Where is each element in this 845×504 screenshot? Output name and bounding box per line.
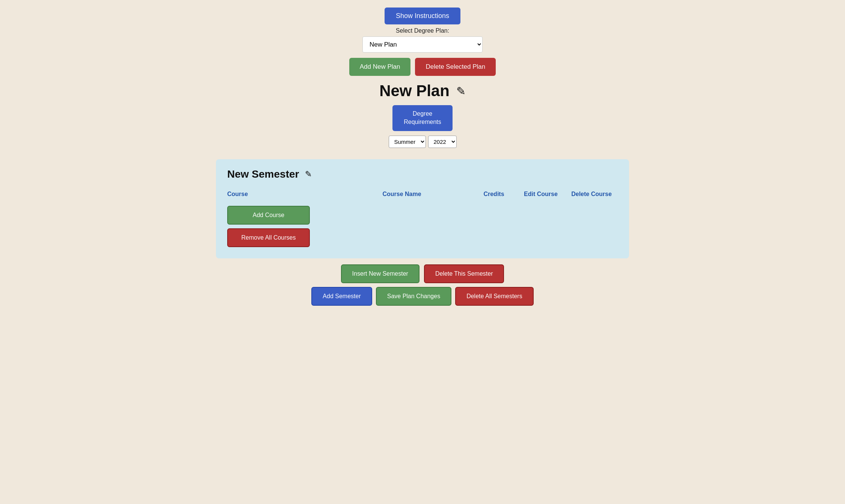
save-plan-changes-button[interactable]: Save Plan Changes bbox=[376, 287, 451, 306]
select-degree-plan-label: Select Degree Plan: bbox=[396, 27, 449, 34]
plan-title-row: New Plan ✎ bbox=[379, 82, 466, 100]
bottom-buttons-row1: Insert New Semester Delete This Semester bbox=[216, 264, 629, 283]
degree-plan-select[interactable]: New Plan bbox=[362, 36, 483, 53]
add-new-plan-button[interactable]: Add New Plan bbox=[349, 58, 411, 76]
semester-selects: Summer Fall Spring 2022 2021 2023 bbox=[389, 136, 457, 148]
degree-requirements-button[interactable]: DegreeRequirements bbox=[392, 105, 453, 131]
delete-this-semester-button[interactable]: Delete This Semester bbox=[424, 264, 504, 283]
col-header-course-name: Course Name bbox=[332, 191, 471, 198]
year-select[interactable]: 2022 2021 2023 bbox=[428, 136, 457, 148]
course-buttons: Add Course Remove All Courses bbox=[227, 206, 310, 247]
delete-all-semesters-button[interactable]: Delete All Semesters bbox=[455, 287, 534, 306]
edit-semester-icon[interactable]: ✎ bbox=[305, 169, 312, 179]
add-semester-button[interactable]: Add Semester bbox=[311, 287, 372, 306]
delete-selected-plan-button[interactable]: Delete Selected Plan bbox=[415, 58, 496, 76]
col-header-course: Course bbox=[227, 191, 332, 198]
season-select[interactable]: Summer Fall Spring bbox=[389, 136, 426, 148]
semester-title: New Semester bbox=[227, 168, 299, 180]
course-table-header: Course Course Name Credits Edit Course D… bbox=[227, 188, 618, 201]
plan-title: New Plan bbox=[379, 82, 450, 100]
bottom-buttons-row2: Add Semester Save Plan Changes Delete Al… bbox=[216, 287, 629, 306]
show-instructions-button[interactable]: Show Instructions bbox=[385, 8, 460, 24]
remove-all-courses-button[interactable]: Remove All Courses bbox=[227, 228, 310, 247]
edit-plan-icon[interactable]: ✎ bbox=[456, 85, 466, 98]
add-course-button[interactable]: Add Course bbox=[227, 206, 310, 225]
semester-section: New Semester ✎ Course Course Name Credit… bbox=[216, 159, 629, 258]
col-header-edit: Edit Course bbox=[516, 191, 565, 198]
col-header-delete: Delete Course bbox=[565, 191, 618, 198]
plan-action-buttons: Add New Plan Delete Selected Plan bbox=[349, 58, 496, 76]
col-header-credits: Credits bbox=[471, 191, 516, 198]
insert-new-semester-button[interactable]: Insert New Semester bbox=[341, 264, 419, 283]
semester-title-row: New Semester ✎ bbox=[227, 168, 618, 180]
